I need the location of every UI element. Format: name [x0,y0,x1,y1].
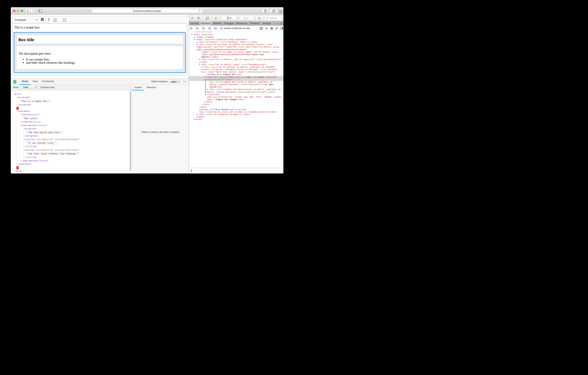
svg-text:2: 2 [54,20,54,22]
svg-text:1: 1 [54,18,54,20]
svg-text:5: 5 [15,80,16,81]
